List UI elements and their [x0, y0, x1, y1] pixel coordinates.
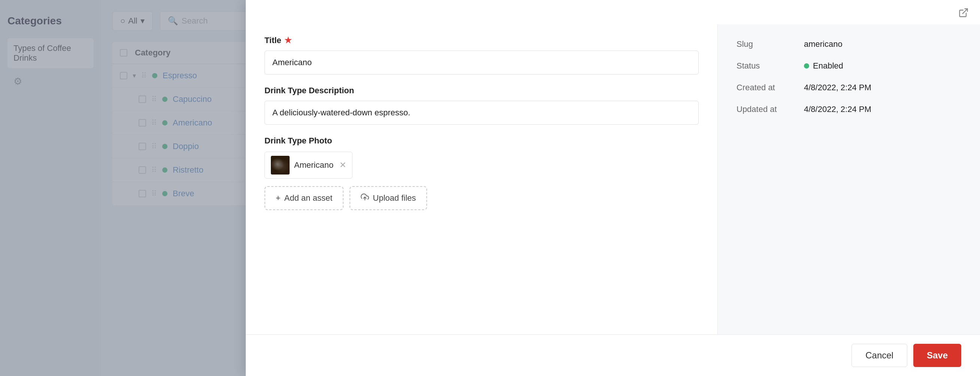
slug-key: Slug [737, 39, 796, 49]
add-asset-label: Add an asset [284, 193, 332, 203]
upload-icon [361, 193, 369, 203]
save-button[interactable]: Save [913, 344, 961, 367]
status-row: Status Enabled [737, 61, 961, 71]
description-input[interactable] [264, 101, 698, 125]
status-enabled-dot [804, 63, 809, 68]
required-indicator: ★ [284, 36, 292, 45]
modal-top-bar [246, 0, 980, 24]
edit-modal: Title ★ Drink Type Description Drink Typ… [246, 0, 980, 376]
slug-row: Slug americano [737, 39, 961, 49]
updated-key: Updated at [737, 105, 796, 114]
description-label: Drink Type Description [264, 86, 698, 95]
add-asset-button[interactable]: + Add an asset [264, 186, 344, 210]
modal-meta-panel: Slug americano Status Enabled Created at… [718, 24, 980, 335]
created-key: Created at [737, 83, 796, 92]
status-value: Enabled [804, 61, 843, 71]
photo-chip: Americano ✕ [264, 152, 353, 179]
svg-line-0 [963, 9, 968, 14]
created-row: Created at 4/8/2022, 2:24 PM [737, 83, 961, 92]
updated-row: Updated at 4/8/2022, 2:24 PM [737, 105, 961, 114]
photo-name: Americano [294, 160, 333, 170]
status-key: Status [737, 61, 796, 71]
modal-main-panel: Title ★ Drink Type Description Drink Typ… [246, 24, 718, 335]
external-link-icon[interactable] [958, 8, 969, 21]
cancel-button[interactable]: Cancel [851, 344, 907, 367]
slug-value: americano [804, 39, 843, 49]
plus-icon: + [276, 193, 281, 203]
created-value: 4/8/2022, 2:24 PM [804, 83, 871, 92]
title-label: Title ★ [264, 36, 698, 45]
photo-thumbnail [271, 156, 290, 175]
title-input[interactable] [264, 51, 698, 75]
modal-footer: Cancel Save [246, 335, 980, 376]
photo-remove-button[interactable]: ✕ [339, 160, 346, 170]
upload-files-label: Upload files [373, 193, 416, 203]
modal-overlay: Title ★ Drink Type Description Drink Typ… [0, 0, 980, 376]
updated-value: 4/8/2022, 2:24 PM [804, 105, 871, 114]
action-buttons: + Add an asset Upload files [264, 186, 698, 210]
upload-files-button[interactable]: Upload files [350, 186, 427, 210]
photo-label: Drink Type Photo [264, 136, 698, 146]
